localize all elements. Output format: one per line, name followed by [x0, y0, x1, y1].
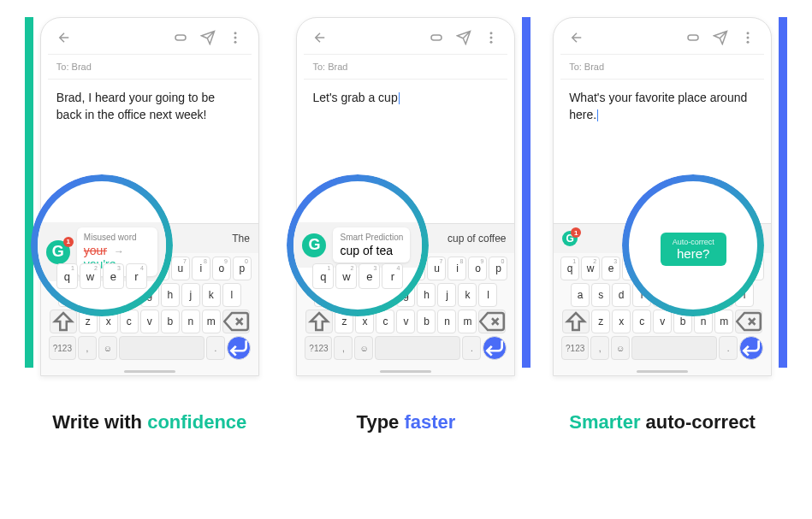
key-p[interactable]: 0p	[233, 257, 252, 280]
grammarly-icon[interactable]: G 1	[46, 240, 70, 264]
suggestion-word[interactable]: The	[232, 233, 250, 245]
key-i[interactable]: 8i	[447, 257, 466, 280]
send-icon[interactable]	[713, 30, 728, 45]
space-key[interactable]	[375, 336, 460, 360]
key-c[interactable]: c	[632, 310, 651, 333]
suggestion-type: Smart Prediction	[340, 233, 403, 242]
key-m[interactable]: m	[458, 310, 477, 333]
lens-keyboard-fragment: 1q2w3e4r	[293, 263, 422, 292]
original-word: your	[84, 244, 107, 257]
alert-badge: 1	[63, 237, 74, 247]
svg-rect-8	[688, 35, 698, 40]
send-icon[interactable]	[200, 30, 216, 45]
key-x[interactable]: x	[612, 310, 631, 333]
enter-key[interactable]	[227, 336, 251, 360]
key-m[interactable]: m	[714, 310, 733, 333]
magnifier-lens: G Smart Prediction cup of tea 1q2w3e4r	[290, 178, 425, 313]
shift-key[interactable]	[50, 310, 77, 333]
space-key[interactable]	[119, 336, 204, 360]
prediction-card[interactable]: Smart Prediction cup of tea	[333, 227, 410, 262]
key-k[interactable]: k	[458, 283, 477, 307]
key-l[interactable]: l	[478, 283, 497, 307]
lens-key-r: 4r	[126, 263, 147, 289]
key-v[interactable]: v	[396, 310, 415, 333]
key-b[interactable]: b	[417, 310, 436, 333]
suggestion-phrase[interactable]: cup of coffee	[447, 233, 507, 245]
more-icon[interactable]	[740, 30, 756, 45]
svg-point-2	[234, 37, 236, 39]
sym-key[interactable]: ?123	[305, 336, 332, 360]
accent-bar	[522, 17, 530, 368]
key-k[interactable]: k	[202, 283, 221, 307]
key-d[interactable]: d	[612, 283, 631, 307]
key-m[interactable]: m	[202, 310, 221, 333]
email-body[interactable]: Let's grab a cup	[304, 80, 507, 139]
backspace-key[interactable]	[478, 310, 506, 333]
key-b[interactable]: b	[161, 310, 180, 333]
comma-key[interactable]: ,	[78, 336, 97, 360]
key-j[interactable]: j	[181, 283, 200, 307]
period-key[interactable]: .	[206, 336, 225, 360]
key-w[interactable]: 2w	[581, 257, 600, 280]
back-icon[interactable]	[312, 30, 328, 45]
more-icon[interactable]	[483, 30, 499, 45]
key-z[interactable]: z	[591, 310, 610, 333]
attach-icon[interactable]	[173, 30, 188, 45]
key-u[interactable]: 7u	[427, 257, 446, 280]
shift-key[interactable]	[305, 310, 333, 333]
lens-key-w: 2w	[80, 263, 101, 289]
emoji-key[interactable]: ☺	[98, 336, 117, 360]
emoji-key[interactable]: ☺	[354, 336, 373, 360]
email-body[interactable]: What's your favorite place around here.	[560, 80, 764, 139]
key-q[interactable]: 1q	[560, 257, 579, 280]
to-field[interactable]: To: Brad	[48, 54, 252, 80]
grammarly-icon[interactable]: G1	[562, 231, 578, 246]
autocorrect-chip[interactable]: Auto-correct here?	[661, 233, 726, 266]
text-cursor	[399, 92, 400, 104]
comma-key[interactable]: ,	[590, 336, 609, 360]
period-key[interactable]: .	[719, 336, 738, 360]
shift-key[interactable]	[562, 310, 590, 333]
key-j[interactable]: j	[437, 283, 456, 307]
to-field[interactable]: To: Brad	[304, 54, 507, 80]
send-icon[interactable]	[456, 30, 471, 45]
comma-key[interactable]: ,	[334, 336, 353, 360]
back-icon[interactable]	[569, 30, 584, 45]
sym-key[interactable]: ?123	[49, 336, 76, 360]
attach-icon[interactable]	[685, 30, 701, 45]
key-l[interactable]: l	[222, 283, 241, 307]
key-p[interactable]: 0p	[489, 257, 507, 280]
more-icon[interactable]	[228, 30, 243, 45]
emoji-key[interactable]: ☺	[611, 336, 630, 360]
enter-key[interactable]	[739, 336, 763, 360]
key-h[interactable]: h	[161, 283, 180, 307]
key-h[interactable]: h	[417, 283, 436, 307]
lens-keyboard-fragment: 1q2w3e4r	[38, 263, 166, 292]
key-v[interactable]: v	[653, 310, 672, 333]
key-v[interactable]: v	[140, 310, 159, 333]
key-u[interactable]: 7u	[171, 257, 190, 280]
enter-key[interactable]	[483, 336, 507, 360]
key-i[interactable]: 8i	[192, 257, 210, 280]
svg-point-11	[747, 41, 750, 44]
key-o[interactable]: 9o	[468, 257, 487, 280]
grammarly-icon[interactable]: G	[302, 233, 326, 257]
key-a[interactable]: a	[571, 283, 590, 307]
backspace-key[interactable]	[735, 310, 762, 333]
email-body[interactable]: Brad, I heard your going to be back in t…	[48, 80, 252, 139]
backspace-key[interactable]	[222, 310, 250, 333]
feature-panel-1: To: Brad Brad, I heard your going to be …	[27, 17, 272, 376]
to-field[interactable]: To: Brad	[560, 54, 764, 80]
svg-point-10	[747, 37, 750, 39]
key-o[interactable]: 9o	[212, 257, 231, 280]
period-key[interactable]: .	[462, 336, 481, 360]
key-n[interactable]: n	[437, 310, 456, 333]
key-s[interactable]: s	[591, 283, 610, 307]
attach-icon[interactable]	[429, 30, 444, 45]
accent-bar	[25, 17, 33, 368]
space-key[interactable]	[631, 336, 717, 360]
sym-key[interactable]: ?123	[561, 336, 589, 360]
key-e[interactable]: 3e	[602, 257, 620, 280]
back-icon[interactable]	[56, 30, 72, 45]
key-n[interactable]: n	[181, 310, 200, 333]
